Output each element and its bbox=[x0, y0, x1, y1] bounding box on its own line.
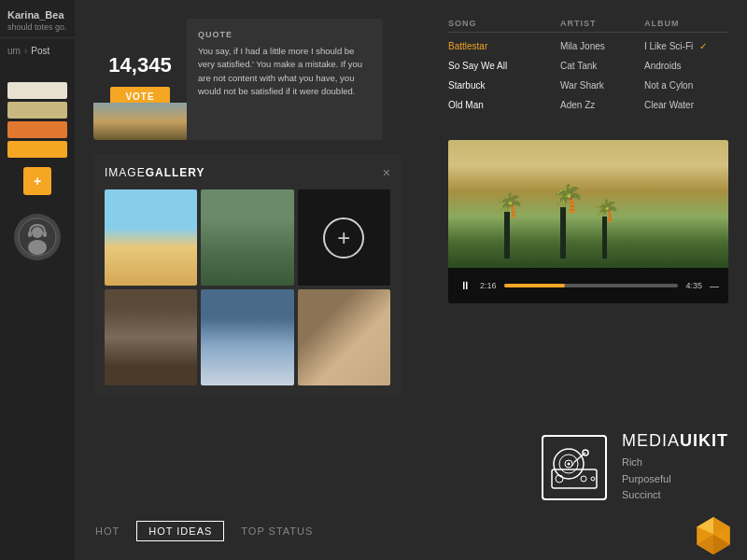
palm-trunk-3 bbox=[602, 217, 607, 259]
sketch-gem-icon bbox=[691, 513, 736, 558]
gallery-widget: IMAGEGALLERY × + bbox=[93, 154, 402, 397]
song-name-2: So Say We All bbox=[448, 61, 560, 71]
sidebar-username: Karina_Bea bbox=[7, 9, 67, 21]
pause-button[interactable]: ⏸ bbox=[458, 278, 472, 293]
svg-point-1 bbox=[32, 227, 43, 238]
quote-text: You say, if I had a little more I should… bbox=[198, 45, 372, 98]
media-subtitle: Rich Purposeful Succinct bbox=[622, 455, 728, 504]
palm-trunk-2 bbox=[560, 207, 566, 259]
table-row[interactable]: So Say We All Cat Tank Androids bbox=[448, 56, 728, 76]
vote-count: 14,345 bbox=[108, 53, 171, 77]
quote-widget: 14,345 VOTE QUOTE You say, if I had a li… bbox=[93, 19, 383, 140]
sketch-gem bbox=[691, 513, 728, 551]
song-album-1: I Like Sci-Fi ✓ bbox=[644, 41, 728, 51]
sidebar-user: Karina_Bea should totes go. bbox=[0, 0, 75, 38]
video-thumbnail: 🌴 🌴 🌴 bbox=[448, 140, 728, 268]
video-landscape: 🌴 🌴 🌴 bbox=[448, 140, 728, 268]
media-sub-3: Succinct bbox=[622, 487, 728, 504]
song-album-3: Not a Cylon bbox=[644, 80, 728, 91]
sidebar-orange-button[interactable]: + bbox=[23, 167, 51, 195]
add-icon: + bbox=[323, 217, 364, 259]
gallery-close-button[interactable]: × bbox=[383, 165, 390, 180]
song-artist-2: Cat Tank bbox=[560, 61, 644, 71]
gallery-header: IMAGEGALLERY × bbox=[105, 165, 390, 180]
gallery-title-bold: GALLERY bbox=[146, 166, 205, 179]
svg-point-14 bbox=[581, 476, 586, 482]
col-header-song: SONG bbox=[448, 19, 560, 28]
tab-hot[interactable]: HOT bbox=[93, 522, 121, 540]
song-album-4: Clear Water bbox=[644, 100, 728, 110]
sidebar-user-sub: should totes go. bbox=[7, 22, 67, 32]
volume-icon[interactable]: — bbox=[710, 281, 719, 291]
song-artist-4: Aden Zz bbox=[560, 100, 644, 110]
table-row[interactable]: Battlestar Mila Jones I Like Sci-Fi ✓ bbox=[448, 36, 728, 56]
song-name-3: Starbuck bbox=[448, 80, 560, 91]
color-bar-orange bbox=[7, 121, 67, 138]
song-artist-3: War Shark bbox=[560, 80, 644, 91]
gallery-image-1[interactable] bbox=[105, 189, 197, 286]
svg-rect-3 bbox=[28, 231, 32, 237]
progress-fill bbox=[504, 284, 565, 287]
gallery-image-5[interactable] bbox=[201, 289, 293, 385]
table-row[interactable]: Old Man Aden Zz Clear Water bbox=[448, 95, 728, 115]
record-svg bbox=[550, 443, 599, 492]
chevron-icon: › bbox=[24, 46, 27, 56]
media-text: MEDIAUIKIT Rich Purposeful Succinct bbox=[622, 431, 728, 504]
sidebar-color-bars bbox=[0, 82, 75, 158]
palm-leaf: 🌴 bbox=[496, 194, 524, 217]
vote-section: 14,345 VOTE bbox=[93, 19, 187, 140]
sidebar-nav-current: Post bbox=[31, 46, 49, 56]
color-bar-tan bbox=[7, 102, 67, 119]
col-header-artist: ARTIST bbox=[560, 19, 644, 28]
song-album-2: Androids bbox=[644, 61, 728, 71]
record-player-icon bbox=[542, 435, 607, 500]
color-bar-yellow bbox=[7, 141, 67, 158]
palm-trunk bbox=[504, 212, 510, 259]
time-total: 4:35 bbox=[685, 281, 702, 290]
palm-leaf-3: 🌴 bbox=[594, 201, 619, 221]
palm-leaf-2: 🌴 bbox=[552, 186, 585, 212]
media-sub-1: Rich bbox=[622, 455, 728, 471]
avatar-icon bbox=[18, 217, 57, 257]
color-bar-light bbox=[7, 82, 67, 99]
quote-text-section: QUOTE You say, if I had a little more I … bbox=[187, 19, 383, 140]
gallery-image-2[interactable] bbox=[201, 189, 293, 286]
media-title: MEDIAUIKIT bbox=[622, 431, 728, 451]
gallery-title: IMAGEGALLERY bbox=[105, 166, 205, 179]
svg-point-9 bbox=[567, 463, 570, 466]
song-artist-1: Mila Jones bbox=[560, 41, 644, 51]
media-sub-2: Purposeful bbox=[622, 471, 728, 488]
sidebar: Karina_Bea should totes go. um › Post + bbox=[0, 0, 75, 560]
main-content: 14,345 VOTE QUOTE You say, if I had a li… bbox=[75, 0, 747, 560]
sidebar-nav[interactable]: um › Post bbox=[0, 38, 75, 63]
gallery-image-6[interactable] bbox=[298, 289, 390, 385]
song-table-header: SONG ARTIST ALBUM bbox=[448, 15, 728, 33]
gallery-image-4[interactable] bbox=[105, 289, 197, 385]
gallery-grid: + bbox=[105, 189, 390, 385]
table-row[interactable]: Starbuck War Shark Not a Cylon bbox=[448, 76, 728, 95]
gallery-add-button[interactable]: + bbox=[298, 189, 390, 286]
song-table: SONG ARTIST ALBUM Battlestar Mila Jones … bbox=[448, 15, 728, 115]
checkmark-icon: ✓ bbox=[699, 41, 707, 51]
progress-bar[interactable] bbox=[504, 284, 679, 287]
media-title-light: MEDIA bbox=[622, 431, 680, 450]
tab-bar: HOT HOT IDEAS TOP STATUS bbox=[93, 521, 315, 541]
tab-hot-ideas[interactable]: HOT IDEAS bbox=[136, 521, 224, 541]
sidebar-nav-parent[interactable]: um bbox=[7, 46, 21, 56]
song-name-1: Battlestar bbox=[448, 41, 560, 51]
tab-top-status[interactable]: TOP STATUS bbox=[239, 522, 315, 540]
svg-point-15 bbox=[591, 477, 595, 481]
quote-label: QUOTE bbox=[198, 30, 372, 39]
vote-landscape-image bbox=[93, 103, 187, 140]
time-current: 2:16 bbox=[480, 281, 497, 290]
svg-point-2 bbox=[28, 240, 47, 255]
media-uikit: MEDIAUIKIT Rich Purposeful Succinct bbox=[542, 431, 728, 504]
song-name-4: Old Man bbox=[448, 100, 560, 110]
gallery-title-light: IMAGE bbox=[105, 166, 146, 179]
avatar bbox=[14, 214, 61, 260]
video-controls: ⏸ 2:16 4:35 — bbox=[448, 268, 728, 303]
col-header-album: ALBUM bbox=[644, 19, 728, 28]
video-player: 🌴 🌴 🌴 ⏸ 2:16 4:35 — bbox=[448, 140, 728, 303]
svg-rect-5 bbox=[552, 469, 597, 488]
svg-rect-4 bbox=[43, 231, 47, 237]
